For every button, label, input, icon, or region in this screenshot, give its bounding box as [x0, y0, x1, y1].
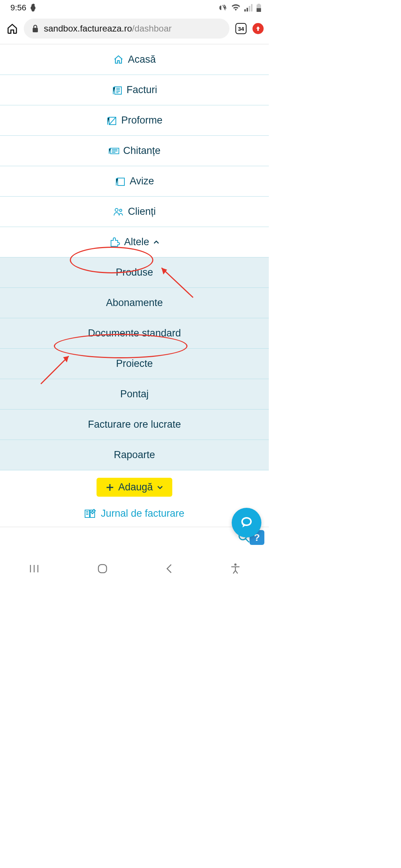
clients-icon: [113, 206, 124, 217]
svg-point-22: [234, 563, 237, 566]
sub-item-reports[interactable]: Rapoarte: [0, 440, 269, 470]
nav-item-label: Altele: [124, 236, 149, 248]
browser-bar: sandbox.factureaza.ro/dashboar 34: [0, 15, 269, 44]
sub-item-subscriptions[interactable]: Abonamente: [0, 288, 269, 318]
url-bar[interactable]: sandbox.factureaza.ro/dashboar: [24, 19, 229, 39]
nav-item-receipts[interactable]: Chitanțe: [0, 136, 269, 166]
svg-point-13: [115, 208, 118, 211]
sub-item-projects[interactable]: Proiecte: [0, 349, 269, 379]
nav-item-label: Avize: [130, 175, 154, 187]
signal-icon: [244, 4, 252, 11]
sub-item-timesheet[interactable]: Pontaj: [0, 379, 269, 410]
status-bar: 9:56 +: [0, 0, 269, 15]
nav-item-proforma[interactable]: Proforme: [0, 105, 269, 136]
chevron-up-icon: [153, 239, 160, 246]
svg-rect-1: [244, 9, 246, 11]
svg-point-14: [120, 209, 122, 211]
home-button[interactable]: [97, 563, 108, 574]
chat-button[interactable]: [232, 508, 261, 537]
main-nav: Acasă Facturi Proforme Chitanțe Avize: [0, 45, 269, 470]
nav-item-label: Proforme: [121, 115, 162, 126]
svg-rect-3: [249, 6, 250, 11]
plus-icon: [105, 483, 114, 492]
add-button-label: Adaugă: [118, 481, 153, 493]
svg-rect-7: [258, 4, 260, 5]
sub-item-standard-documents[interactable]: Documente standard: [0, 318, 269, 349]
nav-item-label: Acasă: [128, 54, 156, 65]
app-notification-icon: [30, 4, 37, 12]
sub-item-label: Abonamente: [106, 297, 163, 309]
add-button[interactable]: Adaugă: [97, 478, 172, 497]
add-button-row: Adaugă: [0, 470, 269, 500]
svg-rect-12: [118, 178, 124, 185]
sub-item-label: Rapoarte: [114, 449, 155, 461]
back-button[interactable]: [166, 563, 173, 574]
tab-count-button[interactable]: 34: [235, 23, 247, 34]
journal-label: Jurnal de facturare: [101, 508, 184, 519]
svg-text:+: +: [238, 5, 240, 9]
invoices-icon: [112, 85, 123, 96]
recents-button[interactable]: [29, 564, 39, 573]
sub-item-label: Produse: [116, 267, 153, 278]
proforma-icon: [106, 115, 117, 126]
nav-item-home[interactable]: Acasă: [0, 45, 269, 75]
wifi-icon: +: [231, 4, 241, 11]
sub-item-label: Documente standard: [88, 328, 181, 339]
receipts-icon: [108, 145, 120, 157]
battery-icon: [256, 4, 261, 12]
svg-rect-2: [247, 8, 248, 11]
nav-item-label: Chitanțe: [123, 145, 161, 157]
update-badge[interactable]: [252, 23, 264, 34]
journal-link[interactable]: Jurnal de facturare: [0, 500, 269, 527]
svg-rect-6: [257, 8, 261, 12]
chevron-down-icon: [157, 484, 163, 491]
status-time: 9:56: [10, 3, 26, 13]
sub-item-label: Pontaj: [120, 388, 149, 400]
puzzle-icon: [109, 237, 120, 248]
sub-item-hour-billing[interactable]: Facturare ore lucrate: [0, 410, 269, 440]
chat-icon: [239, 516, 254, 530]
notices-icon: [115, 176, 126, 187]
svg-rect-21: [98, 565, 107, 573]
url-text: sandbox.factureaza.ro/dashboar: [44, 23, 172, 34]
sub-item-products[interactable]: Produse: [0, 257, 269, 288]
home-icon: [113, 54, 124, 65]
browser-home-icon[interactable]: [7, 23, 18, 34]
sub-item-label: Proiecte: [116, 358, 153, 369]
nav-item-invoices[interactable]: Facturi: [0, 75, 269, 105]
vibrate-mute-icon: [218, 4, 227, 12]
accessibility-button[interactable]: [231, 563, 240, 574]
lock-icon: [32, 24, 39, 33]
nav-item-label: Clienți: [128, 206, 156, 217]
tab-count-label: 34: [238, 26, 244, 32]
system-nav-bar: [0, 555, 269, 582]
svg-point-16: [243, 519, 250, 525]
svg-rect-4: [251, 4, 252, 11]
journal-icon: [84, 509, 96, 518]
nav-item-clients[interactable]: Clienți: [0, 197, 269, 227]
nav-item-others[interactable]: Altele: [0, 227, 269, 257]
svg-rect-8: [33, 28, 38, 32]
nav-item-notices[interactable]: Avize: [0, 166, 269, 197]
sub-item-label: Facturare ore lucrate: [88, 419, 181, 430]
nav-item-label: Facturi: [127, 84, 157, 96]
